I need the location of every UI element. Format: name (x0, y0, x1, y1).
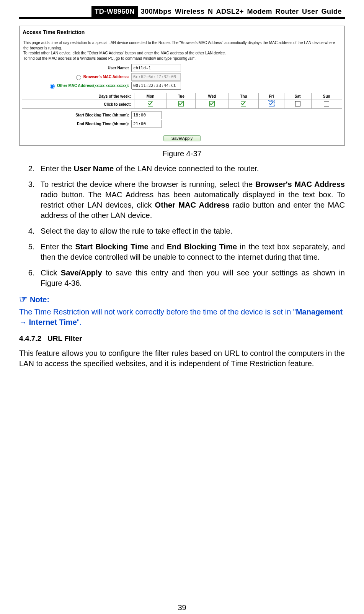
checkbox-tue[interactable] (178, 101, 184, 106)
steps-list: Enter the User Name of the LAN device co… (19, 164, 345, 288)
step-3: To restrict the device where the browser… (37, 179, 345, 221)
day-tue: Tue (167, 93, 196, 100)
days-row-label: Days of the week: (22, 93, 134, 100)
note-body: The Time Restriction will not work corre… (19, 307, 345, 327)
checkbox-wed[interactable] (209, 101, 215, 106)
section-heading: 4.4.7.2 URL Filter (19, 334, 345, 343)
step-2: Enter the User Name of the LAN device co… (37, 164, 345, 174)
other-mac-input[interactable] (131, 82, 181, 90)
guide-title: 300Mbps Wireless N ADSL2+ Modem Router U… (138, 6, 345, 17)
model-badge: TD-W8960N (91, 6, 138, 17)
screenshot-panel: Access Time Restriction This page adds t… (19, 26, 345, 146)
day-mon: Mon (134, 93, 167, 100)
step-4: Select the day to allow the rule to take… (37, 226, 345, 236)
panel-title: Access Time Restriction (23, 29, 342, 35)
page-number: 39 (0, 603, 364, 612)
end-time-input[interactable] (131, 120, 162, 128)
note-heading: ☞Note: (19, 294, 345, 305)
pointing-hand-icon: ☞ (19, 294, 28, 304)
panel-description: This page adds time of day restriction t… (23, 40, 341, 61)
figure-caption: Figure 4-37 (19, 149, 345, 158)
step-5: Enter the Start Blocking Time and End Bl… (37, 242, 345, 262)
checkbox-sun[interactable] (324, 101, 329, 106)
days-table: Days of the week: Mon Tue Wed Thu Fri Sa… (22, 93, 342, 109)
other-mac-label: Other MAC Address(xx:xx:xx:xx:xx:xx): (22, 83, 131, 89)
username-label: User Name: (22, 66, 131, 70)
checkbox-mon[interactable] (148, 101, 153, 106)
checkbox-sat[interactable] (295, 101, 300, 106)
browser-mac-label: Browser's MAC Address: (22, 74, 131, 80)
username-input[interactable] (131, 64, 181, 72)
browser-mac-radio[interactable] (76, 75, 81, 80)
click-row-label: Click to select: (22, 100, 134, 109)
checkbox-fri[interactable] (269, 101, 274, 106)
day-thu: Thu (229, 93, 259, 100)
day-fri: Fri (259, 93, 284, 100)
page-header: TD-W8960N 300Mbps Wireless N ADSL2+ Mode… (19, 6, 345, 19)
checkbox-thu[interactable] (241, 101, 246, 106)
start-time-label: Start Blocking Time (hh:mm): (22, 113, 131, 117)
other-mac-radio[interactable] (50, 84, 55, 89)
step-6: Click Save/Apply to save this entry and … (37, 268, 345, 288)
day-sun: Sun (311, 93, 342, 100)
day-wed: Wed (196, 93, 229, 100)
day-sat: Sat (284, 93, 311, 100)
save-apply-button[interactable]: Save/Apply (163, 135, 201, 141)
browser-mac-input (131, 73, 181, 81)
arrow-icon: → (19, 318, 27, 326)
end-time-label: End Blocking Time (hh:mm): (22, 122, 131, 126)
start-time-input[interactable] (131, 111, 162, 119)
section-body: This feature allows you to configure the… (19, 348, 345, 369)
